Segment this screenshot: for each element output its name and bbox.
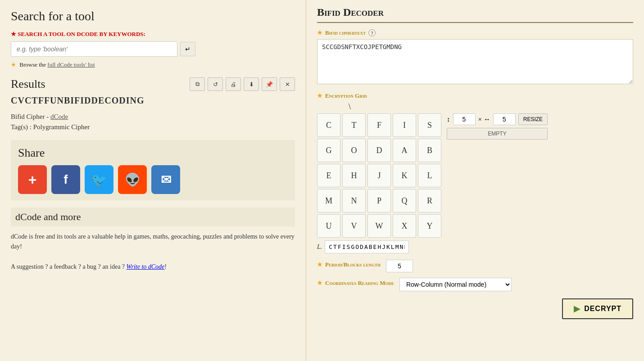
grid-cell[interactable]: N	[342, 189, 366, 212]
close-button[interactable]: ✕	[280, 77, 295, 91]
dcode-more-title: dCode and more	[11, 208, 295, 226]
dcode-link[interactable]: dCode	[50, 113, 68, 120]
grid-cell[interactable]: W	[367, 214, 391, 238]
grid-size-row: ↕ × ↔ RESIZE	[447, 113, 548, 125]
grid-cell[interactable]: J	[367, 164, 391, 187]
star-icon: ★	[317, 280, 322, 287]
grid-cell[interactable]: I	[393, 113, 416, 137]
ciphertext-textarea[interactable]: SCCGDSNFTXCOJPETGMDNG	[317, 39, 633, 84]
facebook-button[interactable]: f	[51, 165, 80, 194]
star-icon: ★	[317, 29, 322, 36]
grid-rows-input[interactable]	[453, 113, 476, 125]
decrypt-button[interactable]: ▶ DECRYPT	[562, 298, 633, 319]
print-button[interactable]: 🖨	[226, 77, 241, 91]
grid-cell[interactable]: Q	[393, 189, 416, 212]
search-input[interactable]	[11, 41, 177, 57]
grid-container: \ CTFISGODABEHJKLMNPQRUVWXY ↕ × ↔ RESIZE…	[317, 102, 633, 253]
star-icon: ★	[11, 31, 16, 37]
decoder-title: Bifid Decoder	[317, 6, 633, 23]
share-section: Share + f 🐦 👽 ✉	[11, 140, 295, 200]
results-header: Results ⧉ ↺ 🖨 ⬇ 📌 ✕	[11, 77, 295, 91]
grid-cell[interactable]: K	[393, 164, 416, 187]
search-submit-button[interactable]: ↵	[180, 42, 195, 56]
period-label: ★ Period/Blocks length	[317, 261, 381, 268]
grid-cell[interactable]: M	[317, 189, 340, 212]
full-tools-link[interactable]: full dCode tools' list	[47, 61, 95, 68]
play-icon: ▶	[574, 304, 581, 314]
results-title: Results	[11, 77, 45, 91]
grid-cell[interactable]: C	[317, 113, 340, 137]
right-panel: Bifid Decoder ★ Bifid ciphertext ? SCCGD…	[306, 0, 644, 361]
empty-button[interactable]: EMPTY	[447, 128, 548, 140]
ciphertext-label: ★ Bifid ciphertext ?	[317, 29, 633, 36]
grid-cell[interactable]: L	[418, 164, 441, 187]
left-panel: Search for a tool ★ Search a tool on dCo…	[0, 0, 306, 361]
grid-cell[interactable]: D	[367, 139, 391, 162]
grid-cell[interactable]: Y	[418, 214, 441, 238]
resize-cross-icon: × ↔	[478, 116, 490, 123]
dcode-description: dCode is free and its tools are a valuab…	[11, 232, 295, 272]
email-button[interactable]: ✉	[151, 165, 180, 194]
write-to-dcode-link[interactable]: Write to dCode	[127, 263, 165, 270]
grid-cell[interactable]: P	[367, 189, 391, 212]
star-icon: ★	[11, 61, 16, 68]
help-icon[interactable]: ?	[368, 29, 376, 36]
encryption-grid-section: ★ Encryption Grid \ CTFISGODABEHJKLMNPQR…	[317, 92, 633, 253]
cipher-grid: CTFISGODABEHJKLMNPQRUVWXY	[317, 113, 441, 238]
grid-cell[interactable]: H	[342, 164, 366, 187]
social-icons: + f 🐦 👽 ✉	[18, 165, 288, 194]
grid-cols-input[interactable]	[493, 113, 516, 125]
search-label: ★ Search a tool on dCode by keywords:	[11, 31, 295, 38]
grid-cell[interactable]: G	[317, 139, 340, 162]
coord-mode-select[interactable]: Row-Column (Normal mode)Column-Row (Tran…	[399, 278, 512, 291]
pin-button[interactable]: 📌	[262, 77, 277, 91]
dcode-section: dCode and more dCode is free and its too…	[11, 208, 295, 277]
result-tags: Tag(s) : Polygrammic Cipher	[11, 123, 295, 131]
grid-cell[interactable]: O	[342, 139, 366, 162]
copy-button[interactable]: ⧉	[190, 77, 205, 91]
grid-cell[interactable]: E	[317, 164, 340, 187]
twitter-button[interactable]: 🐦	[85, 165, 113, 194]
grid-key-label: L.	[317, 244, 322, 251]
star-icon: ★	[317, 261, 322, 268]
share-title: Share	[18, 146, 288, 160]
grid-controls: ↕ × ↔ RESIZE EMPTY	[447, 113, 548, 140]
grid-cell[interactable]: S	[418, 113, 441, 137]
addthis-button[interactable]: +	[18, 165, 47, 194]
grid-cell[interactable]: V	[342, 214, 366, 238]
grid-cell[interactable]: X	[393, 214, 416, 238]
results-toolbar: ⧉ ↺ 🖨 ⬇ 📌 ✕	[190, 77, 295, 91]
grid-key-row: L.	[317, 240, 409, 253]
grid-body: CTFISGODABEHJKLMNPQRUVWXY ↕ × ↔ RESIZE E…	[317, 113, 548, 238]
grid-key-input[interactable]	[325, 240, 409, 253]
grid-cell[interactable]: B	[418, 139, 441, 162]
grid-header: \	[317, 102, 351, 112]
search-row: ↵	[11, 41, 295, 57]
period-row: ★ Period/Blocks length	[317, 260, 633, 272]
result-decoded-text: CVCTFFUNBIFIDDECODING	[11, 95, 295, 106]
encryption-grid-label: ★ Encryption Grid	[317, 92, 633, 99]
download-button[interactable]: ⬇	[244, 77, 259, 91]
grid-cell[interactable]: A	[393, 139, 416, 162]
grid-cell[interactable]: U	[317, 214, 340, 238]
reddit-button[interactable]: 👽	[118, 165, 147, 194]
period-input[interactable]	[386, 260, 413, 272]
browse-link: ★ Browse the full dCode tools' list	[11, 61, 295, 68]
reload-button[interactable]: ↺	[208, 77, 223, 91]
resize-button[interactable]: RESIZE	[518, 113, 548, 125]
result-source: Bifid Cipher - dCode	[11, 113, 295, 121]
backslash-symbol: \	[349, 102, 351, 112]
coord-mode-row: ★ Coordinates Reading Mode Row-Column (N…	[317, 278, 633, 291]
resize-arrow-icon: ↕	[447, 116, 450, 123]
grid-cell[interactable]: T	[342, 113, 366, 137]
grid-cell[interactable]: F	[367, 113, 391, 137]
search-title: Search for a tool	[11, 9, 295, 23]
grid-cell[interactable]: R	[418, 189, 441, 212]
coord-label: ★ Coordinates Reading Mode	[317, 280, 394, 287]
star-icon: ★	[317, 92, 322, 99]
